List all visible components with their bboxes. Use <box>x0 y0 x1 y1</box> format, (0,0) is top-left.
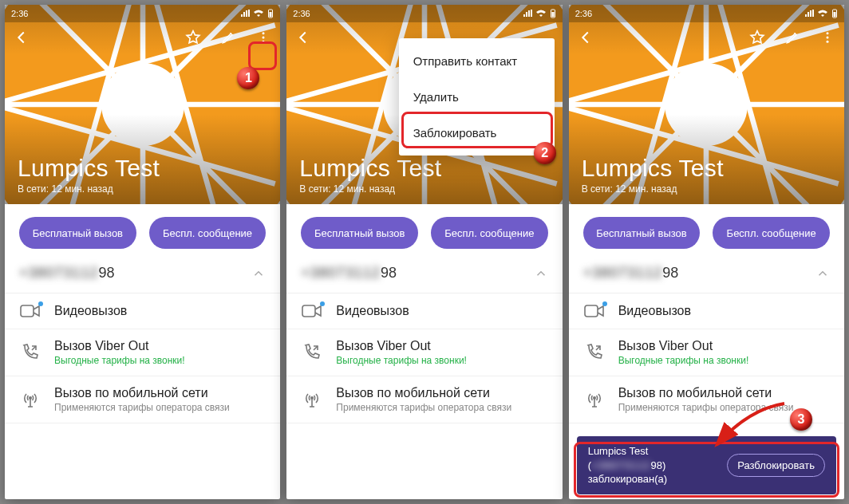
phone-clear: 98 <box>99 265 115 281</box>
cellular-row[interactable]: Вызов по мобильной сетиПрименяются тариф… <box>569 376 844 423</box>
viber-out-sub: Выгодные тарифы на звонки! <box>54 355 185 366</box>
free-call-button[interactable]: Бесплатный вызов <box>583 217 701 249</box>
free-message-button[interactable]: Беспл. сообщение <box>431 217 548 249</box>
svg-point-50 <box>593 397 594 399</box>
status-bar: 2:36 <box>569 5 844 22</box>
svg-point-15 <box>263 41 265 43</box>
cellular-row[interactable]: Вызов по мобильной сетиПрименяются тариф… <box>286 376 562 423</box>
cell-tower-icon <box>19 390 41 409</box>
svg-point-48 <box>826 41 828 43</box>
svg-point-13 <box>263 32 265 34</box>
svg-rect-49 <box>585 305 598 317</box>
status-icons <box>804 9 838 18</box>
viber-out-row[interactable]: Вызов Viber OutВыгодные тарифы на звонки… <box>286 329 562 376</box>
chevron-up-icon[interactable] <box>534 266 548 281</box>
svg-point-46 <box>826 32 828 34</box>
svg-point-17 <box>30 397 31 399</box>
svg-rect-31 <box>302 305 315 317</box>
last-seen: В сети: 12 мин. назад <box>18 183 160 195</box>
svg-point-47 <box>826 37 828 39</box>
unblock-button[interactable]: Разблокировать <box>727 454 825 477</box>
last-seen: В сети: 12 мин. назад <box>299 183 441 195</box>
edit-icon[interactable] <box>216 26 240 49</box>
status-icons <box>240 9 274 18</box>
video-icon <box>583 303 606 319</box>
blocked-toast: Lumpics Test (+3807311298) заблокирован(… <box>577 436 836 494</box>
status-time: 2:36 <box>11 9 28 18</box>
svg-point-32 <box>311 397 313 399</box>
phone-row[interactable]: +3807311298 <box>569 265 844 293</box>
screen-3: 2:36 Lumpics Test В сети: 12 мин. назад <box>569 5 844 499</box>
video-call-row[interactable]: Видеовызов <box>569 293 844 329</box>
menu-delete[interactable]: Удалить <box>399 79 555 115</box>
contact-name: Lumpics Test <box>299 155 441 182</box>
phone-out-icon <box>583 343 606 362</box>
cellular-label: Вызов по мобильной сети <box>54 386 230 400</box>
viber-out-row[interactable]: Вызов Viber OutВыгодные тарифы на звонки… <box>569 329 844 376</box>
toast-line1: Lumpics Test <box>588 444 667 459</box>
chevron-up-icon[interactable] <box>815 266 830 281</box>
svg-point-14 <box>263 37 265 39</box>
status-icons <box>523 9 556 18</box>
contact-name: Lumpics Test <box>18 155 160 182</box>
screen-1: 2:36 <box>5 5 280 499</box>
viber-out-row[interactable]: Вызов Viber Out Выгодные тарифы на звонк… <box>5 329 280 376</box>
phone-blurred: +38073112 <box>19 265 99 281</box>
contact-name: Lumpics Test <box>582 155 724 182</box>
cell-tower-icon <box>583 390 606 409</box>
video-call-row[interactable]: Видеовызов <box>286 293 562 329</box>
video-call-label: Видеовызов <box>54 304 127 318</box>
cellular-row[interactable]: Вызов по мобильной сети Применяются тари… <box>5 376 280 423</box>
svg-rect-16 <box>21 305 34 317</box>
menu-block[interactable]: Заблокировать <box>399 115 555 151</box>
video-icon <box>301 303 323 319</box>
status-time: 2:36 <box>575 9 592 18</box>
chevron-up-icon[interactable] <box>251 266 266 281</box>
svg-rect-1 <box>270 12 272 17</box>
back-icon[interactable] <box>291 26 315 49</box>
more-icon[interactable] <box>251 26 275 49</box>
svg-rect-19 <box>551 12 554 17</box>
status-time: 2:36 <box>293 9 310 18</box>
contact-header: Lumpics Test В сети: 12 мин. назад <box>569 5 844 204</box>
context-menu: Отправить контакт Удалить Заблокировать <box>399 38 555 156</box>
status-bar: 2:36 <box>5 5 280 22</box>
star-icon[interactable] <box>181 26 205 49</box>
screen-2: 2:36 Lumpics Test В сети: 12 мин. назад … <box>286 5 562 499</box>
menu-send-contact[interactable]: Отправить контакт <box>399 43 555 79</box>
phone-out-icon <box>301 343 323 362</box>
back-icon[interactable] <box>574 26 598 49</box>
last-seen: В сети: 12 мин. назад <box>582 183 724 195</box>
cell-tower-icon <box>301 390 323 409</box>
toast-line3: заблокирован(а) <box>588 472 667 486</box>
contact-header: Lumpics Test В сети: 12 мин. назад <box>5 5 280 204</box>
viber-out-label: Вызов Viber Out <box>54 339 185 353</box>
more-icon[interactable] <box>815 26 839 49</box>
free-message-button[interactable]: Беспл. сообщение <box>713 217 830 249</box>
cellular-sub: Применяются тарифы оператора связи <box>54 402 230 413</box>
star-icon[interactable] <box>745 26 769 49</box>
video-call-row[interactable]: Видеовызов <box>5 293 280 329</box>
free-message-button[interactable]: Беспл. сообщение <box>149 217 267 249</box>
free-call-button[interactable]: Бесплатный вызов <box>19 217 136 249</box>
video-icon <box>19 303 41 319</box>
phone-out-icon <box>19 343 41 362</box>
svg-rect-34 <box>833 12 835 17</box>
back-icon[interactable] <box>10 26 34 49</box>
free-call-button[interactable]: Бесплатный вызов <box>301 217 418 249</box>
status-bar: 2:36 <box>286 5 562 22</box>
phone-row[interactable]: +3807311298 <box>286 265 562 293</box>
edit-icon[interactable] <box>780 26 804 49</box>
phone-row[interactable]: +3807311298 <box>5 265 280 293</box>
